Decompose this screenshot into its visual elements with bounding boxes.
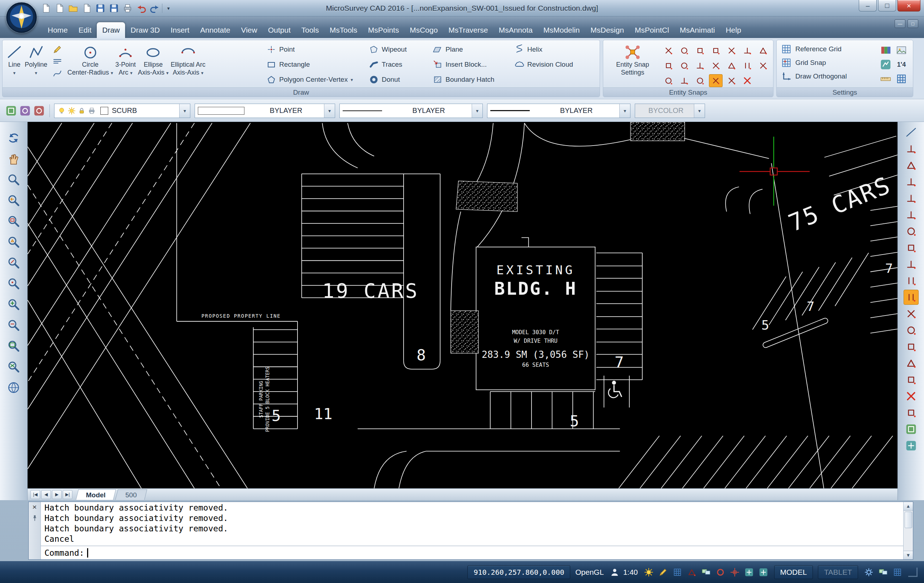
layer-combo-arrow[interactable]: ▾ bbox=[179, 104, 190, 117]
open-folder-icon[interactable] bbox=[68, 3, 79, 14]
command-history[interactable]: Hatch boundary associativity removed.Hat… bbox=[41, 502, 903, 559]
command-prompt[interactable]: Command: bbox=[41, 546, 903, 559]
linetype-combo[interactable]: BYLAYER ▾ bbox=[340, 104, 483, 118]
lineweight-combo-arrow[interactable]: ▾ bbox=[619, 104, 630, 117]
close-button[interactable]: × bbox=[898, 0, 921, 12]
viewport-screen-icon[interactable] bbox=[700, 566, 712, 578]
draw-line2-icon[interactable] bbox=[904, 125, 919, 140]
ruler-icon[interactable] bbox=[879, 73, 892, 85]
snap-parallel-icon[interactable] bbox=[693, 59, 707, 72]
linetype-combo-arrow[interactable]: ▾ bbox=[472, 104, 482, 117]
snap-grid-icon[interactable] bbox=[686, 566, 698, 578]
prev-tab-button[interactable]: ◀ bbox=[41, 490, 51, 499]
snap-nearest-icon[interactable] bbox=[741, 59, 754, 72]
snap-insert2-icon[interactable] bbox=[904, 306, 919, 321]
multiline-icon[interactable] bbox=[52, 56, 63, 66]
color-book-icon[interactable] bbox=[879, 44, 892, 56]
ribbon-item-rectangle[interactable]: Rectangle bbox=[266, 59, 367, 69]
layer-thaw-icon[interactable] bbox=[68, 106, 76, 115]
color-combo-arrow[interactable]: ▾ bbox=[324, 104, 335, 117]
scroll-up-button[interactable]: ▲ bbox=[904, 502, 913, 510]
tab-msanimati[interactable]: MsAnimati bbox=[675, 22, 720, 38]
ribbon-item-polygon-center-vertex[interactable]: Polygon Center-Vertex▾ bbox=[266, 74, 367, 84]
tab-edit[interactable]: Edit bbox=[73, 22, 97, 38]
ribbon-button-circle[interactable]: CircleCenter-Radius ▾ bbox=[68, 41, 113, 87]
model-tab[interactable]: Model bbox=[76, 489, 116, 500]
layer-on-icon[interactable] bbox=[57, 106, 66, 115]
snap-from2-icon[interactable] bbox=[904, 356, 919, 371]
sheet-grid-icon[interactable] bbox=[892, 566, 903, 578]
snap-extension2-icon[interactable] bbox=[904, 191, 919, 206]
ucs-icon[interactable] bbox=[904, 422, 919, 437]
tab-mspointcl[interactable]: MsPointCl bbox=[629, 22, 675, 38]
model-space-button[interactable]: MODEL bbox=[774, 565, 813, 579]
color-combo[interactable]: BYLAYER ▾ bbox=[195, 104, 335, 118]
snap-filter-icon[interactable] bbox=[693, 74, 707, 87]
zoom-window-icon[interactable] bbox=[5, 213, 22, 230]
trim-circle-icon[interactable] bbox=[715, 566, 726, 578]
import-doc-icon[interactable] bbox=[81, 3, 92, 14]
qat-menu-button[interactable]: ▾ bbox=[164, 3, 173, 14]
ribbon-item-point[interactable]: Point bbox=[266, 45, 367, 55]
regen-icon[interactable] bbox=[5, 130, 22, 146]
snap-center-icon[interactable] bbox=[741, 44, 754, 57]
zoom-realtime-icon[interactable] bbox=[5, 172, 22, 188]
command-scrollbar[interactable]: ▲ ▼ bbox=[903, 502, 913, 559]
tab-annotate[interactable]: Annotate bbox=[195, 22, 236, 38]
zoom-center-icon[interactable] bbox=[5, 275, 22, 292]
snap-settings2-icon[interactable] bbox=[904, 405, 919, 420]
snap-quick-icon[interactable] bbox=[756, 59, 770, 72]
snap-quadrant-icon[interactable] bbox=[756, 44, 770, 57]
options-gear-icon[interactable] bbox=[863, 566, 874, 578]
ribbon-item-donut[interactable]: Donut bbox=[369, 74, 431, 84]
coordinates-display[interactable]: 910.260,257.860,0.000 bbox=[467, 565, 570, 579]
setting-draw-orthogonal[interactable]: Draw Orthogonal bbox=[781, 71, 847, 82]
units-badge[interactable]: 1'4 bbox=[897, 61, 906, 68]
ribbon-item-revision-cloud[interactable]: Revision Cloud bbox=[514, 59, 597, 69]
ribbon-item-plane[interactable]: Plane bbox=[432, 45, 512, 55]
crosshair-icon[interactable] bbox=[729, 566, 741, 578]
new-from-template-icon[interactable] bbox=[54, 3, 65, 14]
ribbon-item-traces[interactable]: Traces bbox=[369, 59, 431, 69]
snap-quadrant2-icon[interactable] bbox=[904, 224, 919, 239]
snap-apparent-icon[interactable] bbox=[709, 44, 723, 57]
ribbon-button-3-point[interactable]: 3-PointArc ▾ bbox=[116, 41, 136, 87]
snap-none-icon[interactable] bbox=[741, 74, 754, 87]
snap-insertion-icon[interactable] bbox=[709, 59, 723, 72]
scale-indicator[interactable]: 1:40 bbox=[609, 566, 638, 578]
maximize-button[interactable]: □ bbox=[878, 0, 896, 12]
ribbon-button-ellipse[interactable]: EllipseAxis-Axis ▾ bbox=[138, 41, 169, 87]
snap-intersect2-icon[interactable] bbox=[904, 174, 919, 189]
ribbon-expand-button[interactable]: □ bbox=[908, 19, 918, 28]
snap-center2-icon[interactable] bbox=[904, 207, 919, 222]
snap-node2-icon[interactable] bbox=[904, 290, 919, 305]
save-icon[interactable] bbox=[95, 3, 106, 14]
snap-tangent2-icon[interactable] bbox=[904, 240, 919, 255]
zoom-extents-icon[interactable] bbox=[5, 358, 22, 375]
resize-grip[interactable] bbox=[908, 568, 917, 577]
tab-view[interactable]: View bbox=[236, 22, 263, 38]
ribbon-item-insert-block[interactable]: Insert Block... bbox=[432, 59, 512, 69]
layer-manager-icon[interactable] bbox=[5, 105, 17, 117]
tab-mstools[interactable]: MsTools bbox=[324, 22, 363, 38]
zoom-out-icon[interactable] bbox=[5, 317, 22, 334]
scroll-down-button[interactable]: ▼ bbox=[904, 551, 913, 559]
sun-auto-icon[interactable] bbox=[643, 566, 655, 578]
angle-ortho-icon[interactable] bbox=[743, 566, 755, 578]
snap-tracking-icon[interactable] bbox=[709, 74, 723, 87]
layer-lock-icon[interactable] bbox=[78, 106, 86, 115]
first-tab-button[interactable]: |◀ bbox=[30, 490, 40, 499]
freehand-icon[interactable] bbox=[52, 45, 63, 55]
zoom-in-icon[interactable] bbox=[5, 296, 22, 313]
snap-quick2-icon[interactable] bbox=[725, 74, 738, 87]
grid-display-icon[interactable] bbox=[672, 566, 683, 578]
save-all-icon[interactable] bbox=[108, 3, 120, 14]
ribbon-button-polyline[interactable]: Polyline ▾ bbox=[25, 41, 47, 87]
layer-combo[interactable]: SCURB ▾ bbox=[54, 104, 190, 118]
undo-icon[interactable] bbox=[135, 3, 147, 14]
snap-midpoint-icon[interactable] bbox=[677, 44, 691, 57]
zoom-dynamic-icon[interactable] bbox=[5, 234, 22, 250]
ribbon-item-helix[interactable]: Helix bbox=[514, 45, 597, 55]
tab-insert[interactable]: Insert bbox=[165, 22, 195, 38]
snap-perp2-icon[interactable] bbox=[904, 257, 919, 272]
